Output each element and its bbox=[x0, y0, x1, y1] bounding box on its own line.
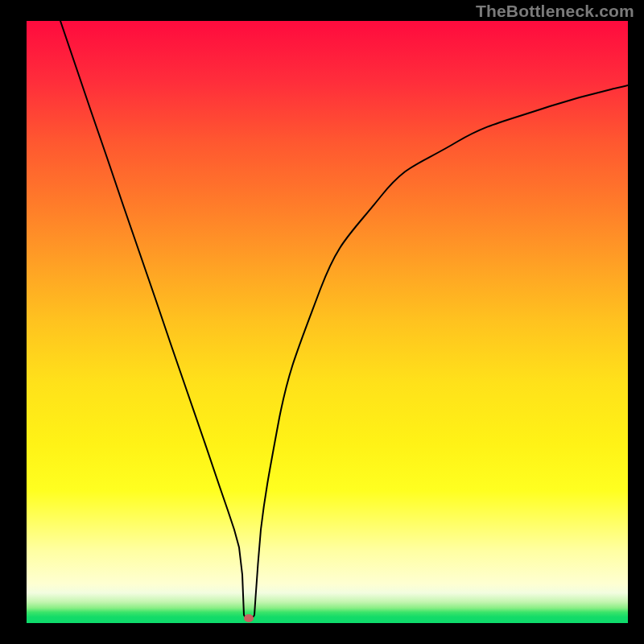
minimum-marker bbox=[244, 614, 254, 622]
chart-container: TheBottleneck.com bbox=[0, 0, 644, 644]
watermark-text: TheBottleneck.com bbox=[476, 2, 634, 21]
bottleneck-curve bbox=[60, 21, 628, 618]
chart-svg bbox=[27, 21, 628, 623]
